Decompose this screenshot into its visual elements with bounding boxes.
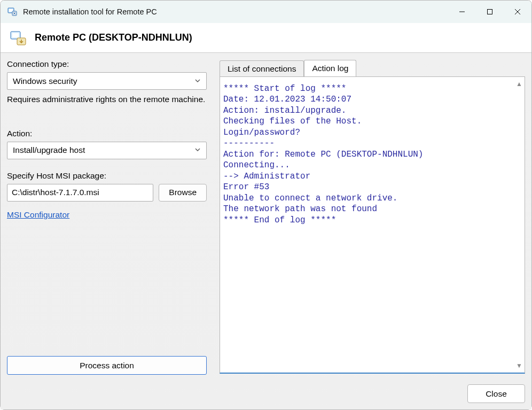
chevron-down-icon (194, 145, 201, 155)
browse-button[interactable]: Browse (159, 184, 207, 202)
connection-type-label: Connection type: (7, 59, 207, 69)
tab-action-log[interactable]: Action log (304, 60, 356, 77)
action-select[interactable]: Install/upgrade host (7, 142, 207, 159)
process-action-button[interactable]: Process action (7, 356, 207, 375)
dialog-footer: Close (7, 375, 525, 403)
installer-icon (9, 29, 27, 47)
action-log-textarea[interactable]: ***** Start of log ***** Date: 12.01.202… (220, 76, 525, 374)
client-area: Connection type: Windows security Requir… (1, 53, 531, 409)
msi-label: Specify Host MSI package: (7, 171, 207, 181)
app-window: Remote installation tool for Remote PC R… (0, 0, 532, 410)
action-value: Install/upgrade host (13, 145, 85, 155)
svg-rect-4 (488, 9, 492, 14)
msi-path-input[interactable] (7, 184, 153, 202)
action-log-text: ***** Start of log ***** Date: 12.01.202… (220, 77, 525, 373)
window-title: Remote installation tool for Remote PC (23, 7, 157, 16)
log-panel: List of connections Action log ***** Sta… (220, 59, 525, 375)
page-header: Remote PC (DESKTOP-NDHNLUN) (1, 23, 531, 53)
settings-panel: Connection type: Windows security Requir… (7, 59, 207, 375)
page-title: Remote PC (DESKTOP-NDHNLUN) (35, 32, 192, 43)
app-icon (7, 6, 18, 17)
chevron-down-icon (194, 76, 201, 86)
action-label: Action: (7, 129, 207, 138)
close-button[interactable]: Close (467, 384, 525, 403)
msi-configurator-link[interactable]: MSI Configurator (7, 210, 207, 220)
scroll-up-icon[interactable]: ▲ (516, 80, 522, 88)
svg-rect-8 (12, 33, 19, 37)
tab-list-of-connections[interactable]: List of connections (220, 60, 304, 77)
maximize-button[interactable] (476, 1, 504, 23)
scroll-down-icon[interactable]: ▼ (516, 362, 522, 369)
connection-note: Requires administrative rights on the re… (7, 94, 207, 105)
tab-strip: List of connections Action log (220, 59, 525, 76)
minimize-button[interactable] (448, 1, 476, 23)
connection-type-select[interactable]: Windows security (7, 72, 207, 90)
titlebar: Remote installation tool for Remote PC (1, 1, 531, 23)
connection-type-value: Windows security (13, 76, 77, 86)
close-window-button[interactable] (504, 1, 531, 23)
